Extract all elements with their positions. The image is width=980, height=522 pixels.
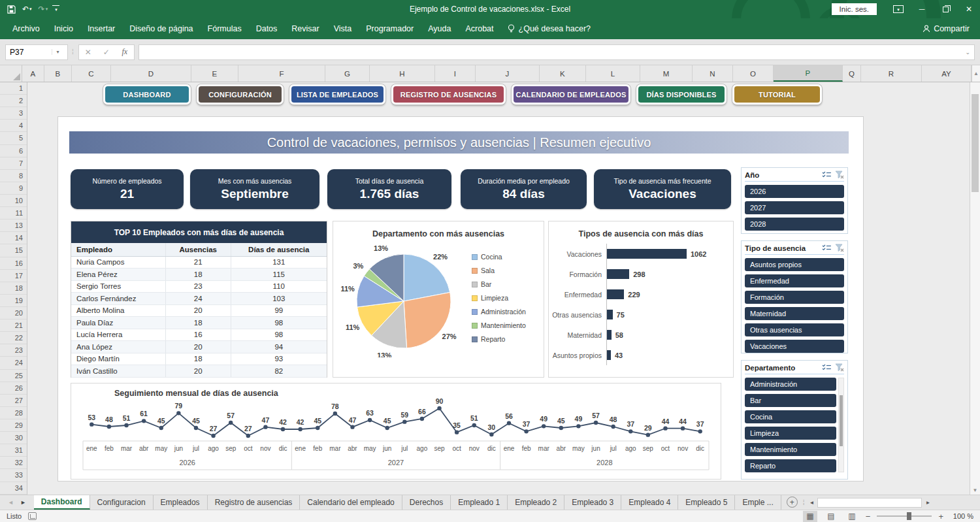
row-header-8[interactable]: 8	[0, 170, 27, 182]
clear-filter-icon[interactable]	[835, 244, 844, 252]
slicer-item-reparto[interactable]: Reparto	[745, 459, 836, 472]
table-cell[interactable]: Carlos Fernández	[71, 293, 165, 305]
row-header-30[interactable]: 30	[0, 432, 27, 444]
kpi-card-total-dias-de-ausencia[interactable]: Total días de ausencia1.765 días	[327, 169, 451, 209]
column-header-q[interactable]: Q	[843, 65, 861, 82]
sheet-next-icon[interactable]: ►	[20, 499, 26, 506]
slicer-scrollbar-thumb[interactable]	[840, 395, 843, 447]
multi-select-icon[interactable]	[822, 171, 832, 179]
row-header-32[interactable]: 32	[0, 457, 27, 469]
row-header-13[interactable]: 13	[0, 220, 27, 232]
sheet-tab-empleado-4[interactable]: Empleado 4	[621, 495, 678, 510]
table-cell[interactable]: Ana López	[71, 341, 165, 353]
ribbon-tab-ayuda[interactable]: Ayuda	[421, 20, 458, 37]
table-cell[interactable]: 98	[231, 329, 327, 341]
enter-icon[interactable]: ✓	[97, 48, 116, 57]
select-all-corner[interactable]	[0, 65, 22, 82]
table-cell[interactable]: Diego Martín	[71, 353, 165, 365]
row-header-15[interactable]: 15	[0, 244, 27, 257]
kpi-card-numero-de-empleados[interactable]: Número de empleados21	[71, 169, 184, 209]
bar[interactable]	[607, 330, 612, 340]
nav-button-calendario-de-empleados[interactable]: CALENDARIO DE EMPLEADOS	[512, 84, 630, 105]
slicer-item-vacaciones[interactable]: Vacaciones	[745, 340, 844, 353]
column-header-g[interactable]: G	[325, 65, 370, 82]
hscroll-right-icon[interactable]: ►	[923, 500, 932, 506]
column-header-ay[interactable]: AY	[922, 65, 972, 82]
page-layout-view-icon[interactable]: ▤	[824, 511, 838, 522]
table-cell[interactable]: 24	[165, 293, 231, 305]
zoom-out-icon[interactable]: −	[866, 512, 871, 521]
vertical-scrollbar-thumb[interactable]	[972, 94, 979, 192]
row-header-33[interactable]: 33	[0, 469, 27, 481]
table-cell[interactable]: 18	[165, 269, 231, 281]
add-sheet-icon[interactable]: +	[787, 497, 798, 508]
sheet-tab-empleado-5[interactable]: Empleado 5	[678, 495, 735, 510]
slicer-item-asuntos-propios[interactable]: Asuntos propios	[745, 258, 844, 271]
ribbon-tab-vista[interactable]: Vista	[327, 20, 359, 37]
row-header-10[interactable]: 10	[0, 195, 27, 207]
row-header-19[interactable]: 19	[0, 295, 27, 307]
row-header-24[interactable]: 24	[0, 357, 27, 369]
slicer-item-mantenimiento[interactable]: Mantenimiento	[745, 443, 836, 456]
row-header-14[interactable]: 14	[0, 232, 27, 244]
ribbon-tab-datos[interactable]: Datos	[249, 20, 285, 37]
zoom-slider-thumb[interactable]	[907, 512, 911, 520]
table-cell[interactable]: Paula Díaz	[71, 317, 165, 329]
row-header-5[interactable]: 5	[0, 132, 27, 144]
hscroll-left-icon[interactable]: ◄	[808, 500, 817, 506]
ribbon-tab-inicio[interactable]: Inicio	[47, 20, 80, 37]
horizontal-scrollbar-track[interactable]	[817, 498, 922, 508]
column-header-a[interactable]: A	[22, 65, 44, 82]
minimize-button[interactable]: ─	[911, 1, 933, 18]
ribbon-tab-diseno-de-pagina[interactable]: Diseño de página	[122, 20, 200, 37]
column-header-n[interactable]: N	[693, 65, 733, 82]
sheet-tab-emple[interactable]: Emple ...	[735, 495, 781, 510]
column-header-j[interactable]: J	[476, 65, 540, 82]
row-header-29[interactable]: 29	[0, 419, 27, 432]
name-box-input[interactable]	[6, 48, 52, 57]
table-cell[interactable]: Sergio Torres	[71, 280, 165, 293]
sheet-prev-icon[interactable]: ◄	[8, 499, 14, 506]
sheet-tab-calendario-del-empleado[interactable]: Calendario del empleado	[300, 495, 402, 510]
table-cell[interactable]: 82	[231, 365, 327, 378]
column-header-e[interactable]: E	[191, 65, 238, 82]
cancel-icon[interactable]: ✕	[79, 48, 97, 57]
sheet-tab-empleado-2[interactable]: Empleado 2	[508, 495, 564, 510]
row-header-6[interactable]: 6	[0, 145, 27, 157]
row-header-31[interactable]: 31	[0, 444, 27, 457]
sheet-tab-empleados[interactable]: Empleados	[154, 495, 208, 510]
column-header-i[interactable]: I	[435, 65, 476, 82]
table-cell[interactable]: 20	[165, 304, 231, 317]
table-cell[interactable]: 18	[165, 317, 231, 329]
nav-button-configuracion[interactable]: CONFIGURACIÓN	[197, 84, 284, 105]
bar[interactable]	[607, 350, 611, 360]
column-header-r[interactable]: R	[861, 65, 922, 82]
table-cell[interactable]: 21	[165, 256, 231, 269]
table-cell[interactable]: 18	[165, 353, 231, 365]
slicer-item-formacion[interactable]: Formación	[745, 291, 844, 304]
customize-quick-access-icon[interactable]: ▾	[52, 5, 59, 14]
sheet-tab-empleado-1[interactable]: Empleado 1	[451, 495, 508, 510]
row-header-20[interactable]: 20	[0, 307, 27, 319]
page-break-view-icon[interactable]: ▥	[845, 511, 859, 522]
row-header-7[interactable]: 7	[0, 157, 27, 170]
row-header-17[interactable]: 17	[0, 270, 27, 282]
nav-button-registro-de-ausencias[interactable]: REGISTRO DE AUSENCIAS	[391, 84, 506, 105]
ribbon-tab-programador[interactable]: Programador	[359, 20, 421, 37]
insert-function-icon[interactable]: fx	[116, 47, 134, 57]
top10-table-panel[interactable]: TOP 10 Empleados con más días de ausenci…	[71, 221, 327, 378]
slicer-item-maternidad[interactable]: Maternidad	[745, 307, 844, 320]
normal-view-icon[interactable]: ▦	[803, 511, 817, 522]
macro-record-icon[interactable]	[28, 512, 37, 520]
tell-me-box[interactable]: ¿Qué desea hacer?	[508, 24, 591, 33]
multi-select-icon[interactable]	[822, 244, 832, 252]
table-cell[interactable]: 93	[231, 353, 327, 365]
slicer-item-2026[interactable]: 2026	[745, 185, 844, 198]
share-button[interactable]: Compartir	[923, 24, 970, 33]
table-cell[interactable]: 110	[231, 280, 327, 293]
formula-input[interactable]: ⌄	[139, 44, 975, 60]
table-cell[interactable]: 16	[165, 329, 231, 341]
table-cell[interactable]: 103	[231, 293, 327, 305]
restore-button[interactable]	[934, 1, 956, 18]
row-header-2[interactable]: 2	[0, 95, 27, 107]
